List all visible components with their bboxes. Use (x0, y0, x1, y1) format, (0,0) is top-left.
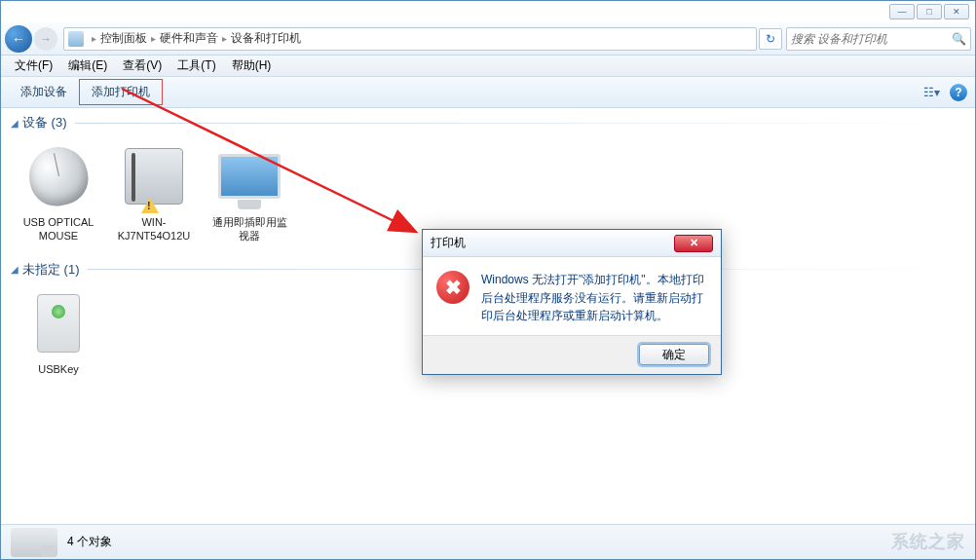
close-window-button[interactable]: ✕ (944, 4, 969, 19)
mouse-icon (20, 141, 96, 211)
printer-error-dialog: 打印机 ✕ ✖ Windows 无法打开"添加打印机"。本地打印后台处理程序服务… (422, 229, 722, 375)
breadcrumb-item[interactable]: 设备和打印机 (231, 30, 301, 47)
breadcrumb[interactable]: ▸ 控制面板 ▸ 硬件和声音 ▸ 设备和打印机 (63, 27, 757, 51)
window-controls: — □ ✕ (889, 4, 969, 19)
breadcrumb-item[interactable]: 硬件和声音 (160, 30, 218, 47)
group-devices-header[interactable]: ◢ 设备 (3) (1, 108, 975, 137)
menu-file[interactable]: 文件(F) (7, 56, 60, 76)
devices-summary-icon (11, 528, 57, 557)
collapse-icon: ◢ (11, 264, 19, 275)
navigation-bar: ← → ▸ 控制面板 ▸ 硬件和声音 ▸ 设备和打印机 ↻ 🔍 (1, 22, 975, 56)
device-label: USBKey (17, 362, 100, 376)
device-label: USB OPTICAL MOUSE (17, 215, 100, 243)
forward-button[interactable]: → (34, 27, 57, 51)
device-usbkey[interactable]: USBKey (17, 288, 100, 376)
breadcrumb-item[interactable]: 控制面板 (100, 30, 147, 47)
status-bar: 4 个对象 (1, 524, 975, 559)
device-label: WIN-KJ7NT54O12U (112, 215, 196, 243)
device-mouse[interactable]: USB OPTICAL MOUSE (17, 141, 100, 243)
maximize-button[interactable]: □ (917, 4, 942, 19)
dialog-message: Windows 无法打开"添加打印机"。本地打印后台处理程序服务没有运行。请重新… (481, 271, 707, 325)
group-devices-label: 设备 (3) (22, 114, 67, 131)
dialog-footer: 确定 (423, 335, 721, 374)
menu-bar: 文件(F) 编辑(E) 查看(V) 工具(T) 帮助(H) (1, 56, 975, 77)
add-device-button[interactable]: 添加设备 (9, 80, 79, 104)
dialog-close-button[interactable]: ✕ (674, 235, 713, 252)
computer-icon (116, 141, 192, 211)
location-icon (68, 31, 84, 47)
menu-view[interactable]: 查看(V) (115, 56, 169, 76)
device-computer[interactable]: WIN-KJ7NT54O12U (112, 141, 196, 243)
status-count: 4 个对象 (67, 534, 112, 550)
help-icon[interactable]: ? (950, 84, 967, 101)
menu-help[interactable]: 帮助(H) (224, 56, 280, 76)
dialog-title: 打印机 (431, 235, 466, 251)
collapse-icon: ◢ (11, 118, 19, 129)
search-icon[interactable]: 🔍 (952, 32, 966, 46)
menu-edit[interactable]: 编辑(E) (60, 56, 115, 76)
explorer-window: — □ ✕ ← → ▸ 控制面板 ▸ 硬件和声音 ▸ 设备和打印机 ↻ 🔍 文件… (0, 0, 976, 560)
usbkey-icon (20, 288, 96, 358)
dialog-title-bar[interactable]: 打印机 ✕ (423, 230, 721, 257)
group-unspecified-label: 未指定 (1) (22, 261, 80, 279)
divider (75, 123, 966, 124)
device-monitor[interactable]: 通用即插即用监视器 (207, 141, 291, 243)
back-button[interactable]: ← (5, 25, 32, 53)
menu-tools[interactable]: 工具(T) (169, 56, 223, 76)
search-input[interactable] (791, 32, 952, 46)
ok-button[interactable]: 确定 (639, 344, 709, 365)
chevron-right-icon: ▸ (151, 33, 156, 44)
add-printer-button[interactable]: 添加打印机 (79, 79, 163, 105)
minimize-button[interactable]: — (889, 4, 915, 19)
search-box[interactable]: 🔍 (786, 27, 971, 51)
monitor-icon (211, 141, 287, 211)
warning-overlay-icon (141, 198, 159, 213)
view-options-icon[interactable]: ☷▾ (922, 84, 940, 101)
toolbar: 添加设备 添加打印机 ☷▾ ? (1, 77, 975, 108)
device-label: 通用即插即用监视器 (207, 215, 291, 243)
breadcrumb-dropdown-icon[interactable]: ▸ (92, 33, 96, 44)
dialog-body: ✖ Windows 无法打开"添加打印机"。本地打印后台处理程序服务没有运行。请… (423, 257, 721, 335)
refresh-button[interactable]: ↻ (759, 28, 782, 50)
watermark: 系统之家 (891, 530, 965, 553)
chevron-right-icon: ▸ (222, 33, 227, 44)
error-icon: ✖ (436, 271, 469, 304)
